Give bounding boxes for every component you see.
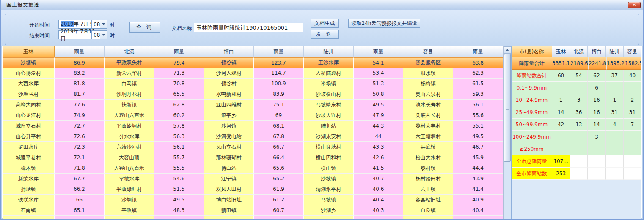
chevron-down-icon[interactable] bbox=[100, 20, 107, 28]
station-name-cell[interactable]: 新荣水库 bbox=[3, 174, 55, 184]
rainfall-value-cell[interactable]: 65.1 bbox=[55, 205, 105, 216]
station-name-cell[interactable]: 平政岭垌村 bbox=[105, 121, 154, 131]
table-row[interactable]: 石南镇65.1平政镇48.3新田镇60.7沙湖乡40.3自良镇40.4 bbox=[3, 205, 503, 216]
summary-row[interactable]: 50~99.9mm42131447 bbox=[512, 119, 641, 131]
rainfall-value-cell[interactable]: 77.6 bbox=[55, 100, 105, 110]
rainfall-value-cell[interactable] bbox=[453, 216, 503, 219]
station-name-cell[interactable]: 县底镇 bbox=[403, 142, 453, 152]
station-name-cell[interactable]: 樟木镇 bbox=[3, 163, 55, 174]
summary-row[interactable]: 25~49.9mm1436163131 bbox=[512, 106, 641, 119]
station-name-cell[interactable]: 城隍平巷村 bbox=[3, 152, 55, 163]
rainfall-value-cell[interactable]: 50.8 bbox=[354, 89, 404, 100]
station-name-cell[interactable]: 水鸣新和村 bbox=[204, 89, 254, 100]
close-icon[interactable]: ✕ bbox=[628, 2, 641, 8]
summary-row[interactable]: 10~24.9mm131612 bbox=[512, 94, 641, 106]
table-row[interactable]: 罗田水库72.3六靖沙冲村56.1凤山立石村66.7横山良塘村43.3县底镇46… bbox=[3, 142, 503, 152]
column-header[interactable]: 雨量 bbox=[354, 46, 404, 57]
station-name-cell[interactable]: 大容山八百米 bbox=[105, 163, 154, 174]
table-row[interactable]: 樟木镇71.8大容山八百米55.5博白站65.6横山镇41.5黎村镇44.4 bbox=[3, 163, 503, 174]
station-name-cell[interactable]: 那林珊瑚村 bbox=[204, 152, 254, 163]
station-name-cell[interactable] bbox=[105, 216, 154, 219]
station-name-cell[interactable]: 六王镇 bbox=[403, 184, 453, 195]
station-name-cell[interactable]: 平政双头村 bbox=[105, 57, 154, 68]
scroll-up-icon[interactable] bbox=[504, 46, 511, 54]
station-name-cell[interactable]: 沙湖永安村 bbox=[304, 131, 354, 142]
rainfall-value-cell[interactable] bbox=[354, 216, 404, 219]
station-name-cell[interactable]: 顿谷村 bbox=[204, 79, 254, 89]
table-row[interactable]: 城隍立石村72.7平政岭垌村57.8沙河镇68.1陆川站44.3黎村荣丰村55.… bbox=[3, 121, 503, 131]
station-name-cell[interactable]: 马坡靖东村 bbox=[304, 100, 354, 110]
rainfall-value-cell[interactable]: 55.7 bbox=[154, 152, 204, 163]
rainfall-value-cell[interactable]: 41.5 bbox=[354, 163, 404, 174]
station-name-cell[interactable]: 新荣六华村 bbox=[105, 68, 154, 79]
column-header[interactable]: 雨量 bbox=[453, 46, 503, 57]
station-name-cell[interactable]: 容县站旧址 bbox=[403, 195, 453, 205]
rainfall-value-cell[interactable]: 66 bbox=[55, 195, 105, 205]
send-button[interactable]: 发 送 bbox=[311, 30, 339, 39]
summary-column-header[interactable]: 玉林 bbox=[552, 46, 570, 57]
rainfall-value-cell[interactable]: 61.9 bbox=[254, 184, 304, 195]
rainfall-value-cell[interactable]: 62.8 bbox=[154, 100, 204, 110]
station-name-cell[interactable]: 山心博爱村 bbox=[3, 68, 55, 79]
rainfall-value-cell[interactable]: 79.4 bbox=[154, 57, 204, 68]
station-name-cell[interactable]: 博白站旧址 bbox=[204, 195, 254, 205]
table-row[interactable]: 沙塘镇86.9平政双头村79.4顿谷镇123.7王沙水库54.1容县服务区63.… bbox=[3, 57, 503, 68]
rainfall-value-cell[interactable]: 47.9 bbox=[354, 110, 404, 121]
station-name-cell[interactable]: 王沙水库 bbox=[304, 57, 354, 68]
table-row[interactable]: 山心博爱村83.2新荣六华村71.3沙河大观村114.7大桥陆透村53.4浪水镇… bbox=[3, 68, 503, 79]
rainfall-value-cell[interactable]: 46.7 bbox=[453, 142, 503, 152]
station-name-cell[interactable]: 山心升平村 bbox=[3, 131, 55, 142]
rainfall-value-cell[interactable]: 81.8 bbox=[55, 79, 105, 89]
rainfall-value-cell[interactable]: 68.1 bbox=[254, 121, 304, 131]
station-name-cell[interactable]: 沙坡横山村 bbox=[304, 89, 354, 100]
rainfall-value-cell[interactable] bbox=[55, 216, 105, 219]
rainfall-value-cell[interactable] bbox=[154, 216, 204, 219]
station-name-cell[interactable]: 沙塘马村 bbox=[3, 89, 55, 100]
rainfall-value-cell[interactable]: 55.5 bbox=[154, 163, 204, 174]
station-name-cell[interactable]: 亚山四维村 bbox=[204, 100, 254, 110]
scrollbar-thumb[interactable] bbox=[504, 54, 511, 162]
rainfall-value-cell[interactable]: 59.3 bbox=[453, 89, 503, 100]
station-name-cell[interactable]: 横山镇 bbox=[304, 163, 354, 174]
station-name-cell[interactable]: 杨梅镇 bbox=[403, 79, 453, 89]
station-name-cell[interactable]: 沙坡镇 bbox=[304, 174, 354, 184]
station-name-cell[interactable]: 双凤大田村 bbox=[204, 184, 254, 195]
station-name-cell[interactable]: 陆川站 bbox=[304, 121, 354, 131]
rainfall-value-cell[interactable]: 53.4 bbox=[354, 68, 404, 79]
station-name-cell[interactable]: 沙垌丹花村 bbox=[105, 89, 154, 100]
station-name-cell[interactable]: 浪平乡 bbox=[204, 110, 254, 121]
station-name-cell[interactable]: 罗田水库 bbox=[3, 142, 55, 152]
station-name-cell[interactable]: 沙垌镇 bbox=[105, 195, 154, 205]
summary-column-header[interactable]: 北流 bbox=[570, 46, 588, 57]
station-name-cell[interactable]: 沙坡大连村 bbox=[304, 110, 354, 121]
table-row[interactable]: 新荣水库67.7覃敏水库54.6江宁镇65.2沙坡镇40.7杨村踏田村43.9 bbox=[3, 174, 503, 184]
summary-row[interactable]: 全市总降雨量107... bbox=[512, 155, 641, 168]
table-row[interactable]: 山心龙江村74.9大容山六百米60.2浪平乡69沙坡大连村47.9县底古长村55… bbox=[3, 110, 503, 121]
rainfall-value-cell[interactable]: 65.2 bbox=[254, 174, 304, 184]
rainfall-value-cell[interactable]: 66.4 bbox=[254, 152, 304, 163]
generate-doc-button[interactable]: 文档生成 bbox=[311, 19, 339, 28]
rainfall-value-cell[interactable]: 71.8 bbox=[55, 163, 105, 174]
station-name-cell[interactable]: 凤山立石村 bbox=[204, 142, 254, 152]
station-name-cell[interactable]: 容县服务区 bbox=[403, 57, 453, 68]
rainfall-value-cell[interactable]: 55.6 bbox=[453, 110, 503, 121]
rainfall-value-cell[interactable]: 51.5 bbox=[154, 184, 204, 195]
table-row[interactable]: 山心升平村72.6分水水库56.3沙河变电站67.8沙湖永安村44六王塘垌村49… bbox=[3, 131, 503, 142]
read-forecast-button[interactable]: 读取24h天气预报报文并编辑 bbox=[348, 19, 420, 28]
rainfall-value-cell[interactable]: 40.4 bbox=[354, 195, 404, 205]
station-name-cell[interactable]: 大容山六百米 bbox=[105, 110, 154, 121]
station-name-cell[interactable]: 博白站 bbox=[204, 163, 254, 174]
station-name-cell[interactable]: 沙河变电站 bbox=[204, 131, 254, 142]
station-name-cell[interactable]: 米场镇 bbox=[304, 79, 354, 89]
rainfall-value-cell[interactable]: 51.3 bbox=[354, 79, 404, 89]
station-name-cell[interactable]: 横山良塘村 bbox=[304, 142, 354, 152]
station-name-cell[interactable]: 沙湖乡 bbox=[304, 205, 354, 216]
rainfall-value-cell[interactable]: 67.7 bbox=[55, 174, 105, 184]
rainfall-value-cell[interactable]: 72.7 bbox=[55, 121, 105, 131]
rainfall-value-cell[interactable]: 49.5 bbox=[154, 195, 204, 205]
station-name-cell[interactable]: 蒲塘镇 bbox=[3, 184, 55, 195]
rainfall-value-cell[interactable]: 69 bbox=[254, 110, 304, 121]
station-name-cell[interactable]: 黎村荣丰村 bbox=[403, 121, 453, 131]
rainfall-value-cell[interactable]: 63.8 bbox=[453, 57, 503, 68]
rainfall-value-cell[interactable]: 75.1 bbox=[254, 100, 304, 110]
